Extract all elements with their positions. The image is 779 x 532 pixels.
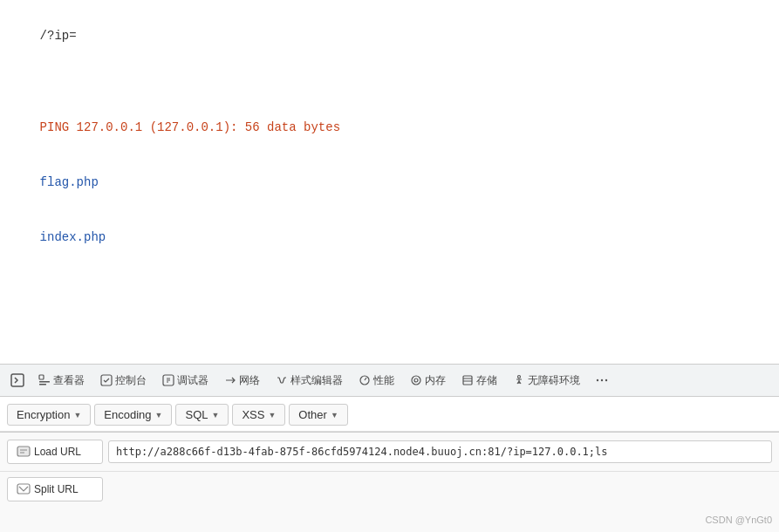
load-url-button[interactable]: Load URL [7, 440, 103, 464]
split-url-icon [17, 482, 31, 496]
sql-chevron-icon: ▼ [212, 411, 220, 419]
sql-button[interactable]: SQL ▼ [175, 404, 229, 426]
query-line: /?ip= [40, 29, 77, 43]
svg-rect-1 [39, 375, 44, 379]
file2-line: index.php [40, 230, 106, 244]
tab-storage[interactable]: 存储 [454, 370, 504, 392]
load-url-icon [17, 445, 31, 459]
main-content-area: /?ip= PING 127.0.0.1 (127.0.0.1): 56 dat… [0, 0, 779, 397]
svg-point-11 [597, 379, 598, 381]
toolbar: Encryption ▼ Encoding ▼ SQL ▼ XSS ▼ Othe… [0, 399, 779, 432]
svg-rect-3 [39, 384, 46, 385]
svg-rect-15 [17, 484, 30, 494]
tab-debugger[interactable]: 调试器 [155, 370, 215, 392]
second-row: Split URL [0, 472, 779, 507]
tab-performance[interactable]: 性能 [352, 370, 401, 392]
svg-point-12 [601, 379, 603, 381]
tab-accessibility[interactable]: 无障碍环境 [506, 370, 587, 392]
svg-rect-2 [39, 381, 50, 383]
tab-network[interactable]: 网络 [217, 370, 267, 392]
svg-point-7 [412, 376, 420, 385]
other-chevron-icon: ▼ [331, 411, 338, 419]
encryption-chevron-icon: ▼ [73, 411, 81, 419]
svg-point-13 [605, 379, 607, 381]
encoding-chevron-icon: ▼ [155, 411, 163, 419]
tab-console[interactable]: 控制台 [93, 370, 154, 392]
file1-line: flag.php [40, 175, 99, 189]
other-button[interactable]: Other ▼ [289, 404, 347, 426]
split-url-button[interactable]: Split URL [7, 477, 103, 501]
tab-inspector[interactable]: 查看器 [31, 370, 92, 392]
encoding-button[interactable]: Encoding ▼ [94, 404, 172, 426]
xss-button[interactable]: XSS ▼ [232, 404, 285, 426]
ping-line: PING 127.0.0.1 (127.0.0.1): 56 data byte… [40, 120, 340, 134]
svg-point-8 [414, 379, 418, 382]
watermark: CSDN @YnGt0 [705, 515, 772, 525]
encryption-button[interactable]: Encryption ▼ [7, 404, 91, 426]
url-row: Load URL [0, 433, 779, 472]
tab-style-editor[interactable]: 样式编辑器 [269, 370, 350, 392]
xss-chevron-icon: ▼ [268, 411, 276, 419]
svg-point-10 [518, 376, 521, 379]
tab-memory[interactable]: 内存 [403, 370, 453, 392]
svg-rect-9 [463, 376, 472, 385]
devtools-bar: 查看器 控制台 调试器 网络 样式编辑器 性能 [0, 364, 779, 397]
tab-more[interactable] [589, 371, 615, 390]
url-input[interactable] [108, 440, 772, 463]
bottom-panel: Load URL Split URL [0, 432, 779, 532]
devtools-toggle-icon[interactable] [5, 368, 30, 392]
svg-rect-4 [101, 375, 112, 385]
svg-rect-14 [17, 447, 30, 456]
